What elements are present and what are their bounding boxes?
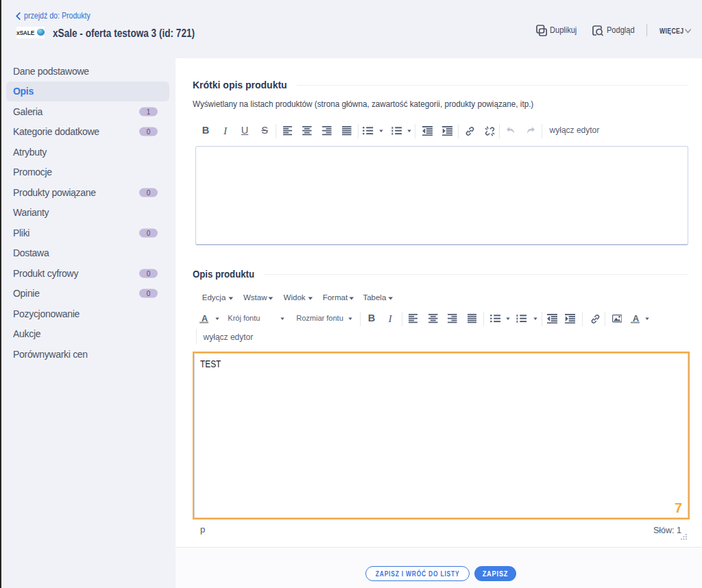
svg-text:A: A [633,314,639,323]
svg-text:A: A [202,314,208,323]
